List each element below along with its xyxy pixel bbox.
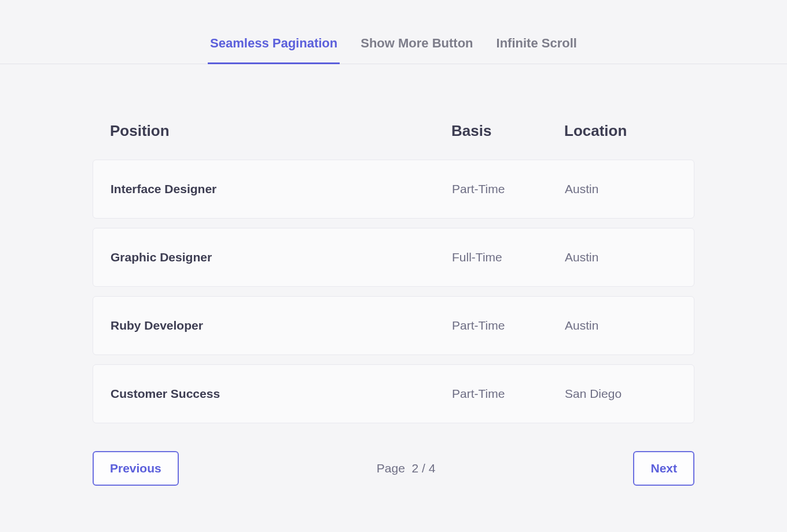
column-header-location: Location: [564, 122, 677, 140]
column-header-basis: Basis: [451, 122, 564, 140]
pagination: Previous Page 2 / 4 Next: [93, 451, 694, 486]
table-rows: Interface Designer Part-Time Austin Grap…: [93, 160, 694, 423]
row-position: Interface Designer: [111, 182, 452, 196]
page-indicator: Page 2 / 4: [377, 461, 436, 475]
content-area: Position Basis Location Interface Design…: [93, 64, 694, 486]
row-basis: Full-Time: [452, 250, 565, 264]
tabs-bar: Seamless Pagination Show More Button Inf…: [0, 0, 787, 64]
row-position: Ruby Developer: [111, 319, 452, 332]
row-position: Customer Success: [111, 387, 452, 401]
page-label: Page: [377, 461, 405, 475]
row-location: Austin: [565, 250, 676, 264]
row-location: San Diego: [565, 387, 676, 401]
tab-seamless-pagination[interactable]: Seamless Pagination: [208, 29, 340, 64]
previous-button[interactable]: Previous: [93, 451, 179, 486]
page-separator: /: [422, 461, 425, 475]
page-current: 2: [412, 461, 419, 475]
tab-infinite-scroll[interactable]: Infinite Scroll: [494, 29, 579, 64]
row-location: Austin: [565, 319, 676, 332]
table-row[interactable]: Interface Designer Part-Time Austin: [93, 160, 694, 219]
table-header: Position Basis Location: [93, 122, 694, 150]
row-basis: Part-Time: [452, 319, 565, 332]
page-total: 4: [429, 461, 436, 475]
row-basis: Part-Time: [452, 182, 565, 196]
tabs: Seamless Pagination Show More Button Inf…: [208, 29, 579, 64]
tab-show-more-button[interactable]: Show More Button: [358, 29, 475, 64]
table-row[interactable]: Graphic Designer Full-Time Austin: [93, 228, 694, 287]
table-row[interactable]: Customer Success Part-Time San Diego: [93, 364, 694, 423]
column-header-position: Position: [110, 122, 451, 140]
next-button[interactable]: Next: [633, 451, 694, 486]
row-position: Graphic Designer: [111, 250, 452, 264]
row-location: Austin: [565, 182, 676, 196]
table-row[interactable]: Ruby Developer Part-Time Austin: [93, 296, 694, 355]
row-basis: Part-Time: [452, 387, 565, 401]
